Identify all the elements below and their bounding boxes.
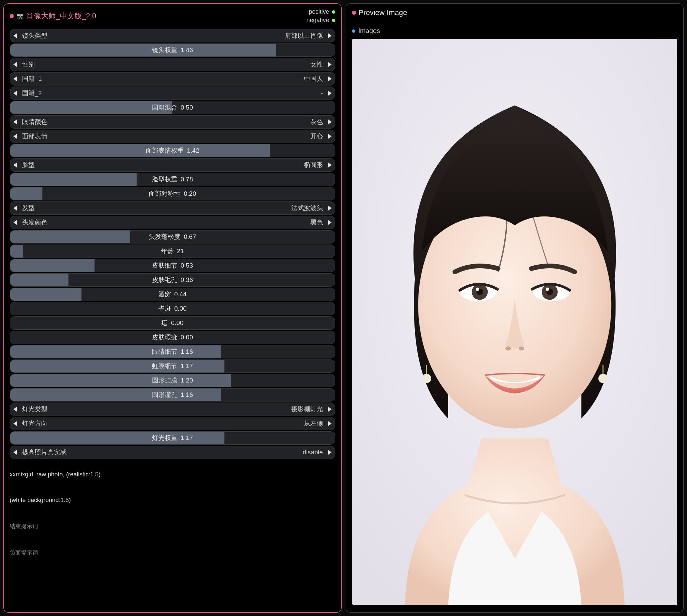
realism-combo[interactable]: 提高照片真实感 disable xyxy=(10,446,335,459)
combo-label: 脸型 xyxy=(22,161,35,169)
output-positive[interactable]: positive xyxy=(309,8,335,15)
combo-value: 椭圆形 xyxy=(304,161,323,169)
port-icon[interactable] xyxy=(332,19,335,22)
chevron-right-icon[interactable] xyxy=(328,450,332,455)
moles-slider[interactable]: 痣0.00 xyxy=(10,316,335,330)
combo-label: 头发颜色 xyxy=(22,218,47,227)
node-dot-icon xyxy=(352,11,356,15)
hair-style-combo[interactable]: 发型 法式波波头 xyxy=(10,201,335,215)
node-header[interactable]: 📷 肖像大师_中文版_2.0 positive negative xyxy=(10,8,335,24)
preview-image-display[interactable] xyxy=(352,39,678,605)
port-icon[interactable] xyxy=(332,10,335,14)
chevron-right-icon[interactable] xyxy=(328,119,332,124)
chevron-right-icon[interactable] xyxy=(328,91,332,95)
slider-value: 1.20 xyxy=(181,377,193,384)
combo-label: 眼睛颜色 xyxy=(22,117,47,126)
chevron-left-icon[interactable] xyxy=(13,34,17,38)
chevron-right-icon[interactable] xyxy=(328,34,332,38)
node-title: Preview Image xyxy=(359,8,407,17)
chevron-left-icon[interactable] xyxy=(13,163,17,167)
chevron-left-icon[interactable] xyxy=(13,62,17,67)
slider-label: 雀斑 xyxy=(158,304,171,313)
combo-value: 法式波波头 xyxy=(291,204,323,213)
light-direction-combo[interactable]: 灯光方向 从左侧 xyxy=(10,417,335,430)
input-images[interactable]: images xyxy=(352,27,678,35)
round-iris-slider[interactable]: 圆形虹膜1.20 xyxy=(10,374,335,387)
chevron-right-icon[interactable] xyxy=(328,62,332,67)
shot-type-combo[interactable]: 镜头类型 肩部以上肖像 xyxy=(10,29,335,42)
negative-prompt-textarea[interactable]: 负面提示词 xyxy=(10,549,335,556)
skin-imperfections-slider[interactable]: 皮肤瑕疵0.00 xyxy=(10,331,335,344)
combo-label: 性别 xyxy=(22,60,35,69)
round-pupil-slider[interactable]: 圆形瞳孔1.16 xyxy=(10,388,335,401)
chevron-left-icon[interactable] xyxy=(13,407,17,412)
chevron-right-icon[interactable] xyxy=(328,421,332,426)
expression-weight-slider[interactable]: 面部表情权重1.42 xyxy=(10,144,335,157)
chevron-left-icon[interactable] xyxy=(13,450,17,455)
skin-detail-slider[interactable]: 皮肤细节0.53 xyxy=(10,259,335,272)
chevron-right-icon[interactable] xyxy=(328,134,332,139)
chevron-left-icon[interactable] xyxy=(13,421,17,426)
face-asymmetry-slider[interactable]: 面部对称性0.20 xyxy=(10,187,335,200)
combo-value: 灰色 xyxy=(310,117,323,126)
node-dot-icon xyxy=(10,14,14,18)
chevron-right-icon[interactable] xyxy=(328,407,332,412)
combo-value: - xyxy=(320,90,323,97)
slider-value: 0.00 xyxy=(174,305,187,312)
slider-label: 皮肤毛孔 xyxy=(152,276,177,284)
combo-value: 开心 xyxy=(310,132,323,141)
portrait-master-node[interactable]: 📷 肖像大师_中文版_2.0 positive negative 镜头类型 肩部… xyxy=(3,3,342,613)
eye-color-combo[interactable]: 眼睛颜色 灰色 xyxy=(10,115,335,129)
combo-label: 国籍_1 xyxy=(22,74,42,83)
chevron-right-icon[interactable] xyxy=(328,206,332,211)
chevron-left-icon[interactable] xyxy=(13,134,17,139)
light-type-combo[interactable]: 灯光类型 摄影棚灯光 xyxy=(10,402,335,416)
node-header[interactable]: Preview Image xyxy=(352,8,678,17)
freckles-slider[interactable]: 雀斑0.00 xyxy=(10,302,335,315)
chevron-left-icon[interactable] xyxy=(13,76,17,81)
controls-list: 镜头类型 肩部以上肖像 镜头权重1.46 性别 女性 国籍_1 中国人 国籍_2… xyxy=(10,29,335,459)
skin-pores-slider[interactable]: 皮肤毛孔0.36 xyxy=(10,273,335,287)
end-prefix-textarea[interactable]: 结束提示词 xyxy=(10,523,335,530)
chevron-left-icon[interactable] xyxy=(13,220,17,225)
combo-value: 黑色 xyxy=(310,218,323,227)
shot-weight-slider[interactable]: 镜头权重1.46 xyxy=(10,43,335,57)
face-shape-combo[interactable]: 脸型 椭圆形 xyxy=(10,158,335,172)
chevron-left-icon[interactable] xyxy=(13,206,17,211)
nationality-2-combo[interactable]: 国籍_2 - xyxy=(10,87,335,100)
combo-label: 镜头类型 xyxy=(22,31,47,40)
slider-label: 镜头权重 xyxy=(152,46,177,54)
chevron-right-icon[interactable] xyxy=(328,220,332,225)
chevron-right-icon[interactable] xyxy=(328,76,332,81)
age-slider[interactable]: 年龄21 xyxy=(10,244,335,258)
slider-label: 皮肤瑕疵 xyxy=(152,333,177,342)
port-icon[interactable] xyxy=(352,29,355,33)
node-outputs: positive negative xyxy=(306,8,335,24)
gender-combo[interactable]: 性别 女性 xyxy=(10,58,335,71)
output-negative-label: negative xyxy=(306,17,329,24)
expression-combo[interactable]: 面部表情 开心 xyxy=(10,130,335,143)
chevron-right-icon[interactable] xyxy=(328,163,332,167)
iris-detail-slider[interactable]: 虹膜细节1.17 xyxy=(10,359,335,373)
face-shape-weight-slider[interactable]: 脸型权重0.78 xyxy=(10,173,335,186)
nationality-mix-slider[interactable]: 国籍混合0.50 xyxy=(10,101,335,114)
eye-detail-slider[interactable]: 眼睛细节1.16 xyxy=(10,345,335,358)
slider-label: 皮肤细节 xyxy=(152,261,177,270)
nationality-1-combo[interactable]: 国籍_1 中国人 xyxy=(10,72,335,86)
chevron-left-icon[interactable] xyxy=(13,119,17,124)
dimples-slider[interactable]: 酒窝0.44 xyxy=(10,288,335,301)
slider-value: 1.17 xyxy=(181,434,193,442)
slider-value: 1.16 xyxy=(181,391,193,398)
preview-image-node[interactable]: Preview Image images xyxy=(346,3,684,613)
prompt-suffix-textarea[interactable]: (white background:1.5) xyxy=(10,497,335,504)
combo-label: 面部表情 xyxy=(22,132,47,141)
chevron-left-icon[interactable] xyxy=(13,91,17,95)
combo-label: 灯光类型 xyxy=(22,405,47,414)
hair-volume-slider[interactable]: 头发蓬松度0.67 xyxy=(10,230,335,244)
hair-color-combo[interactable]: 头发颜色 黑色 xyxy=(10,216,335,229)
slider-label: 面部表情权重 xyxy=(146,146,184,155)
prompt-prefix-textarea[interactable]: xxmixgirl, raw photo, (realistic:1.5) xyxy=(10,471,335,478)
light-weight-slider[interactable]: 灯光权重1.17 xyxy=(10,431,335,445)
combo-value: disable xyxy=(303,449,323,456)
output-negative[interactable]: negative xyxy=(306,17,335,24)
